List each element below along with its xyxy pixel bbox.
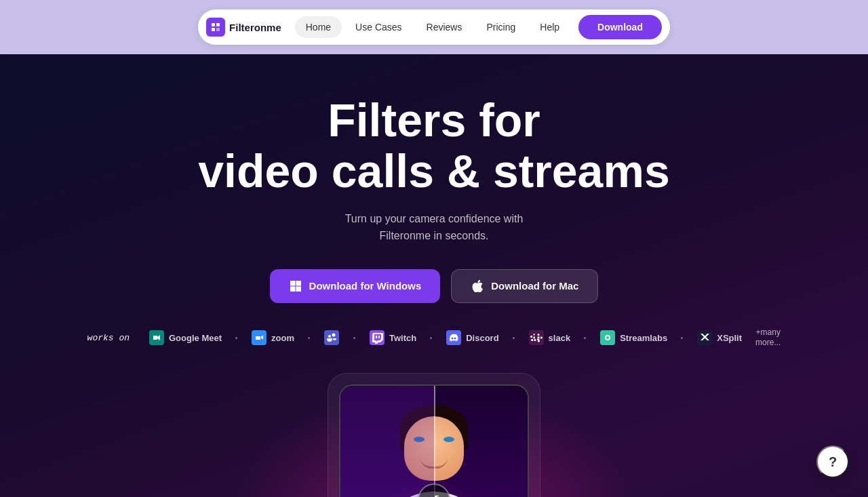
svg-rect-2	[212, 28, 215, 31]
hero-buttons: Download for Windows Download for Mac	[270, 269, 599, 303]
separator	[308, 337, 310, 339]
nav-help[interactable]: Help	[529, 16, 570, 38]
separator	[584, 337, 586, 339]
nav-home[interactable]: Home	[295, 16, 342, 38]
logo-text: Filteronme	[229, 22, 281, 33]
svg-rect-3	[216, 28, 220, 31]
hero-title-line1: Filters for	[198, 95, 669, 146]
separator	[513, 337, 515, 339]
platform-google-meet: Google Meet	[149, 330, 222, 346]
streamlabs-icon	[599, 330, 616, 346]
hero-title-line2: video calls & streams	[198, 146, 669, 197]
svg-rect-4	[290, 281, 296, 286]
slack-icon	[528, 330, 545, 346]
logo[interactable]: Filteronme	[206, 18, 281, 37]
svg-rect-14	[378, 336, 380, 338]
platform-teams	[323, 330, 340, 346]
twitch-icon	[369, 330, 385, 346]
more-platforms-label: +manymore...	[755, 327, 781, 349]
separator	[681, 337, 683, 339]
svg-rect-15	[376, 336, 377, 338]
nav-use-cases[interactable]: Use Cases	[344, 16, 412, 38]
works-on-label: works on	[87, 333, 130, 343]
video-split-line	[434, 386, 435, 497]
nav-reviews[interactable]: Reviews	[416, 16, 473, 38]
works-on-section: works on Google Meet	[87, 327, 781, 349]
video-preview-container: ↺	[328, 373, 540, 497]
windows-icon	[289, 279, 302, 293]
video-background	[340, 386, 528, 497]
left-eye	[414, 437, 425, 442]
platform-xsplit: XSplit	[696, 330, 742, 346]
apple-icon	[471, 279, 484, 293]
zoom-icon	[251, 330, 267, 346]
svg-point-11	[332, 334, 335, 337]
svg-rect-6	[290, 286, 296, 292]
platform-logos: Google Meet zoom	[149, 327, 781, 349]
help-button[interactable]: ?	[816, 445, 849, 478]
svg-rect-7	[296, 286, 301, 292]
hero-title: Filters for video calls & streams	[198, 95, 669, 197]
navbar-wrapper: Filteronme Home Use Cases Reviews Pricin…	[0, 0, 868, 54]
svg-rect-1	[216, 23, 220, 26]
right-eye	[443, 437, 454, 442]
platform-slack: slack	[528, 330, 571, 346]
separator	[430, 337, 432, 339]
download-windows-button[interactable]: Download for Windows	[270, 269, 441, 303]
hero-subtitle: Turn up your camera confidence with Filt…	[345, 210, 524, 245]
video-content	[340, 386, 528, 497]
separator	[353, 337, 355, 339]
platform-twitch: Twitch	[369, 330, 416, 346]
platform-zoom: zoom	[251, 330, 294, 346]
video-frame: ↺	[339, 384, 529, 497]
nav-pricing[interactable]: Pricing	[475, 16, 526, 38]
nav-download-button[interactable]: Download	[578, 15, 662, 39]
svg-rect-5	[296, 281, 301, 286]
svg-rect-0	[212, 23, 215, 26]
platform-streamlabs: Streamlabs	[599, 330, 667, 346]
platform-discord: Discord	[446, 330, 498, 346]
rewind-icon: ↺	[429, 492, 439, 497]
svg-point-20	[606, 336, 609, 339]
logo-icon	[206, 18, 225, 37]
svg-point-12	[328, 335, 331, 338]
xsplit-icon	[696, 330, 713, 346]
download-mac-button[interactable]: Download for Mac	[451, 269, 598, 303]
hero-section: Filters for video calls & streams Turn u…	[0, 54, 868, 497]
svg-rect-10	[324, 330, 339, 345]
separator	[235, 337, 237, 339]
google-meet-icon	[149, 330, 165, 346]
navbar: Filteronme Home Use Cases Reviews Pricin…	[198, 9, 670, 45]
discord-icon	[446, 330, 462, 346]
teams-icon	[323, 330, 340, 346]
